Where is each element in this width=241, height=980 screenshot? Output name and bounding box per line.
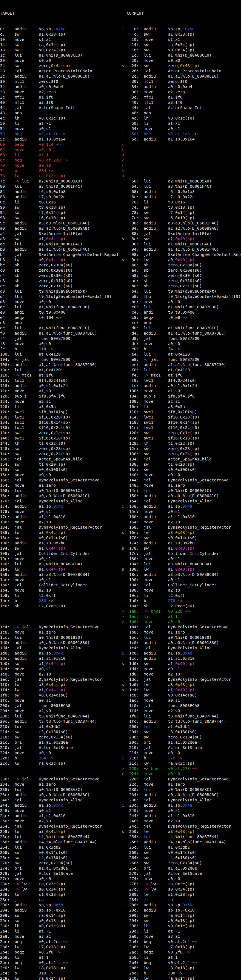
asm-row: 14c: sw zero,0x24(sp) 130: sw zero,0x24(…	[0, 451, 241, 456]
asm-instruction: 164: move a2,s0	[127, 520, 180, 524]
asm-line-target: 5c: addiu a1,s0,0x164	[0, 136, 122, 142]
asm-line-target: 1e4: move a0,s1	[0, 666, 122, 671]
asm-instruction: 18c: addiu a3,a3,%lo(D_80A88CB4)	[127, 572, 219, 577]
asm-line-current: d4: addiu a1,a1,%lo(func_80A87BEC)	[127, 331, 241, 336]
asm-line-current	[127, 147, 241, 152]
asm-line-target: 1dc: addiu a1,s1,0x810	[0, 655, 122, 661]
asm-line-target: e8: nop	[0, 320, 122, 325]
asm-line-current: 94: addiu a1,a1,%lo(D_06001F4C)	[127, 247, 241, 252]
asm-line-target: 70: move a0,s0	[0, 162, 122, 168]
diff-marker	[122, 750, 127, 755]
asm-line-target: 1a4: lw a1,0x44(sp)	[0, 566, 122, 572]
asm-line-target: 29c: sw a0,0x18(sp)	[0, 918, 122, 923]
asm-row: 7c: ~> lui a2,%hi(D_0600B9A8) 60: lui a2…	[0, 178, 241, 184]
asm-line-current: 108: move a2,s1	[127, 399, 241, 404]
asm-line-target: 290: addiu sp,sp,0x58	[0, 902, 122, 907]
asm-line-current: 84: addiu a2,a2,%lo(D_0600B9A8)	[127, 226, 241, 231]
asm-line-target: cc: sb zero,0x311(s0)	[0, 283, 122, 288]
asm-row: 1a8: addiu a3,a3,%lo(D_80A88CB4) 18c: ad…	[0, 572, 241, 577]
diff-marker	[122, 467, 127, 472]
asm-line-target: 11c: move a1,s0	[0, 388, 122, 393]
asm-row: ac: lui a1,%hi(D_06001F4C) 90: lui a1,%h…	[0, 241, 241, 247]
asm-line-target: 1f8: sw v0,0x14c(s0)	[0, 692, 122, 698]
asm-instruction: bc: sh zero,0x30a(s0)	[0, 262, 73, 267]
diff-marker	[122, 876, 127, 881]
asm-instruction: ec: addiu a1,a1,%lo(func_80A87C30)	[127, 362, 226, 367]
asm-row: 94: sw t7,0x14(sp) 78: sw t7,0x14(sp)	[0, 210, 241, 215]
asm-line-target: 168: lui a0,%hi(D_06000A1C)	[0, 488, 122, 493]
asm-row: 4c: lh v0,0x1c(s0) 4c: lh v0,0x1c(s0)	[0, 115, 241, 121]
asm-instruction: f0: addiu a1,a1,%lo(func_80A87BEC)	[0, 331, 97, 336]
asm-instruction: 218: b 27c ~>	[127, 756, 182, 760]
diff-marker	[122, 247, 127, 252]
asm-row: c8: sb zero,0x310(s0) ac: sb zero,0x310(…	[0, 278, 241, 283]
asm-instruction: 17c: jal Collider_InitCylinder	[127, 551, 219, 556]
asm-instruction: 10c: lui at,0x4120	[0, 368, 61, 372]
diff-marker	[122, 708, 127, 713]
asm-instruction: b8: lhu t9,%lo(gSaveContext+0xeda)(t9)	[127, 294, 241, 299]
asm-line-target: d4: lhu t9,%lo(gSaveContext+0xeda)(t9)	[0, 294, 122, 299]
asm-line-current: 28c: addiu sp,sp,-0x18	[127, 907, 241, 913]
asm-line-current: 244: addiu a1,s1,0x810	[127, 813, 241, 818]
asm-line-target: 184: jal DynaPolyInfo_RegisterActor	[0, 525, 122, 530]
asm-row: 280: ~> lw ra,0x3c(sp) 278: ~> lw ra,0x3…	[0, 881, 241, 886]
asm-instruction: 204: move a2,v0	[0, 708, 51, 713]
asm-row: 28: jal Actor_ProcessInitChain 28: jal A…	[0, 68, 241, 73]
asm-instruction: 74: sw t8,0x18(sp)	[127, 205, 195, 210]
diff-marker: s	[122, 829, 127, 834]
asm-instruction: 12c: sw zero,0x28(sp)	[127, 446, 200, 451]
asm-row: 1f0: lw a3,0x4c(sp)s 1e0: lw a3,0x48(sp)	[0, 682, 241, 687]
asm-instruction: 8: addiu sp,sp,-0x58	[0, 27, 65, 31]
asm-line-current: 138: sw t1,0x20(sp)	[127, 461, 241, 467]
asm-instruction: b8: lw a0,0x44(sp)	[0, 257, 65, 262]
diff-marker	[122, 839, 127, 845]
asm-instruction: b4: jal SkelAnime_ChangeAnimDefaultRepea…	[0, 252, 119, 257]
asm-line-target: d8: move a0,s0	[0, 299, 122, 304]
asm-instruction: 2b8: lw t8,0x18(sp)	[127, 966, 195, 970]
asm-instruction: 1e4: lw a1,0x40(sp)	[127, 687, 195, 692]
diff-marker	[122, 89, 127, 94]
asm-line-target: 23c: addiu a0,a0,%lo(D_0600BA8C)	[0, 792, 122, 797]
asm-instruction: 11c: lwc1 $f16,0x2c(s0)	[127, 425, 200, 430]
diff-marker	[122, 850, 127, 855]
asm-line-target: 2ac: beq v0,at,2cc ~>	[0, 939, 122, 944]
asm-line-target: 1f0: lw a3,0x4c(sp)	[0, 682, 122, 687]
asm-line-current	[127, 168, 241, 173]
diff-marker	[122, 813, 127, 818]
asm-line-target: 214: sw t3,0x130(s0)	[0, 729, 122, 734]
asm-instruction: 1b0: move a0,s0	[127, 619, 180, 624]
asm-instruction: dc: lui a1,%hi(func_80A87C30)	[0, 304, 90, 309]
asm-row: 2b0: lw t7,0x18(sp) 2a8: lw t7,0x18(sp)	[0, 944, 241, 949]
asm-instruction: 2b0: li at,1	[127, 955, 178, 959]
diff-marker: <	[122, 168, 127, 173]
asm-instruction: 1d4: jal DynaPolyInfo_Alloc	[0, 646, 83, 650]
diff-marker: s	[122, 687, 127, 692]
asm-instruction: 124: swc1 $f16,0x18(sp)	[127, 436, 200, 440]
asm-instruction: 98: sw t6,0x10(sp)	[0, 215, 65, 220]
asm-instruction: 260: addiu t4,t4,%lo(func_80A87F44)	[0, 840, 97, 844]
asm-line-current: 2b0: li at,1	[127, 955, 241, 960]
asm-line-target: 30: mtc1 zero,$f0	[0, 79, 122, 84]
asm-instruction: 28c: addiu sp,sp,-0x18	[127, 908, 195, 912]
asm-instruction: 244: addiu a1,s1,0x810	[127, 813, 195, 818]
asm-line-current: 54: move a0,s1	[127, 126, 241, 131]
diff-marker	[122, 357, 127, 362]
asm-instruction: 160: jal DynaPolyInfo_SetActorMove	[0, 477, 99, 482]
asm-instruction: fc: b 110 ~>	[0, 347, 53, 351]
asm-line-target: 218: sw zero,0x134(s0)	[0, 734, 122, 740]
asm-line-current	[127, 152, 241, 158]
asm-instruction: 25c: lui a1,0x3db2	[127, 845, 190, 850]
asm-row: 1a0: lui a3,%hi(D_80A88CB4) 184: lui a3,…	[0, 561, 241, 566]
asm-instruction: 22c: move a1,zero	[127, 782, 185, 786]
asm-line-target: 254: jal DynaPolyInfo_RegisterActor	[0, 824, 122, 829]
asm-line-current: 13c: sw v0,0x300(s0)	[127, 467, 241, 472]
asm-line-target: 258: lw a3,0x4c(sp)	[0, 829, 122, 834]
asm-instruction: 124: move a2,s1	[0, 399, 51, 404]
asm-instruction: 210: jal Actor_SetScale	[127, 745, 202, 750]
asm-instruction: 194: jal Collider_SetCylinder	[127, 582, 216, 587]
asm-row: 70: move a0,s0<	[0, 162, 241, 168]
asm-instruction: 260: sw v0,0x14c(s0)	[127, 850, 197, 855]
asm-line-target: 8: addiu sp,sp,-0x58	[0, 26, 122, 32]
diff-marker	[122, 210, 127, 215]
asm-instruction: 178: sw a1,0x40(sp)	[127, 546, 195, 550]
